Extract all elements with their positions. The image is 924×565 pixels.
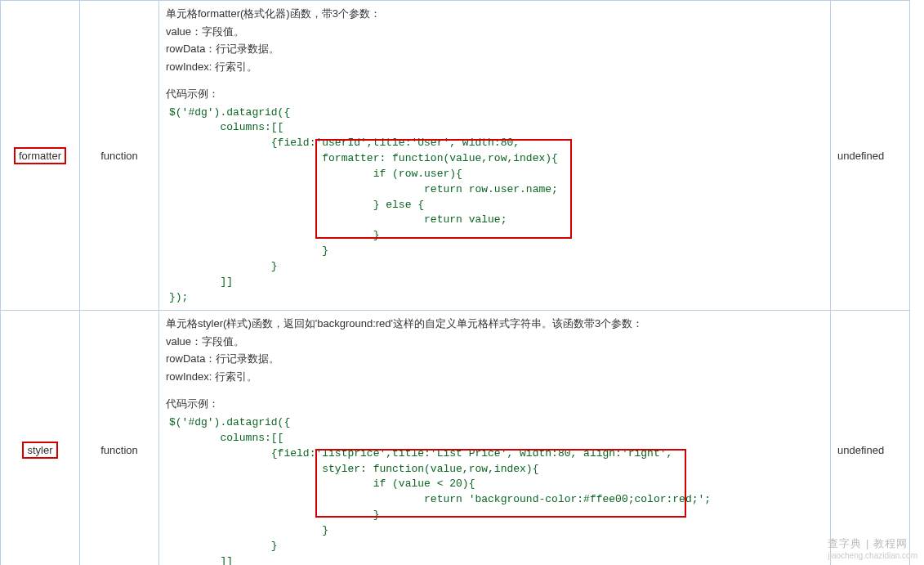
watermark-sub: jiaocheng.chazidian.com xyxy=(828,551,917,560)
param-default-cell: undefined xyxy=(831,311,910,565)
table-row: stylerfunction单元格styler(样式)函数，返回如'backgr… xyxy=(1,311,910,565)
param-name-cell: formatter xyxy=(1,1,80,311)
example-label: 代码示例： xyxy=(166,396,824,412)
param-default-cell: undefined xyxy=(831,1,910,311)
desc-line: value：字段值。 xyxy=(166,24,824,40)
api-params-table: formatterfunction单元格formatter(格式化器)函数，带3… xyxy=(0,0,910,565)
desc-line: rowIndex: 行索引。 xyxy=(166,369,824,385)
desc-line: rowIndex: 行索引。 xyxy=(166,59,824,75)
param-desc-cell: 单元格styler(样式)函数，返回如'background:red'这样的自定… xyxy=(159,311,831,565)
watermark-main: 查字典 | 教程网 xyxy=(828,537,908,549)
param-type-cell: function xyxy=(80,1,159,311)
code-sample: $('#dg').datagrid({ columns:[[ {field:'u… xyxy=(169,105,824,306)
param-desc-cell: 单元格formatter(格式化器)函数，带3个参数：value：字段值。row… xyxy=(159,1,831,311)
example-label: 代码示例： xyxy=(166,86,824,102)
desc-line: rowData：行记录数据。 xyxy=(166,41,824,57)
desc-line: 单元格styler(样式)函数，返回如'background:red'这样的自定… xyxy=(166,316,824,332)
param-name-highlight: formatter xyxy=(14,147,66,164)
watermark: 查字典 | 教程网 jiaocheng.chazidian.com xyxy=(828,536,917,560)
code-sample: $('#dg').datagrid({ columns:[[ {field:'l… xyxy=(169,415,824,565)
param-type-cell: function xyxy=(80,311,159,565)
table-row: formatterfunction单元格formatter(格式化器)函数，带3… xyxy=(1,1,910,311)
desc-line: 单元格formatter(格式化器)函数，带3个参数： xyxy=(166,6,824,22)
param-name-highlight: styler xyxy=(22,442,57,459)
desc-line: value：字段值。 xyxy=(166,334,824,350)
param-name-cell: styler xyxy=(1,311,80,565)
desc-line: rowData：行记录数据。 xyxy=(166,351,824,367)
